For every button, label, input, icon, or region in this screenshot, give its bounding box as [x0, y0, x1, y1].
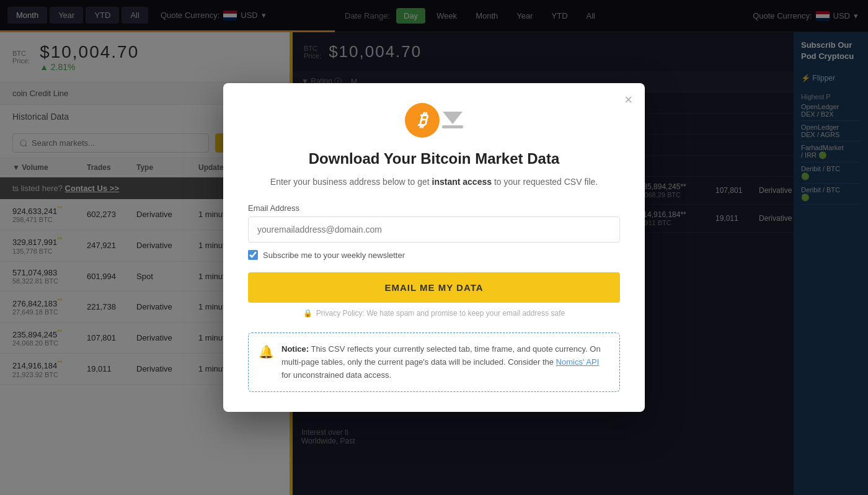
bar-shape — [442, 125, 463, 128]
email-label: Email Address — [248, 203, 620, 213]
email-btn[interactable]: EMAIL ME MY DATA — [248, 272, 620, 303]
subtitle-end: to your requested CSV file. — [494, 177, 598, 187]
newsletter-checkbox[interactable] — [248, 250, 258, 260]
download-icon — [442, 112, 463, 128]
subtitle-bold: instant access — [432, 177, 492, 187]
lock-icon: 🔒 — [303, 309, 312, 318]
modal-dialog: × ₿ Download Your Bitcoin Market Data En… — [223, 83, 645, 412]
privacy-row: 🔒 Privacy Policy: We hate spam and promi… — [248, 309, 620, 318]
modal-subtitle: Enter your business address below to get… — [248, 175, 620, 189]
bell-icon: 🔔 — [259, 344, 274, 381]
bitcoin-icon: ₿ — [405, 103, 440, 138]
notice-end: for unconstrained data access. — [281, 370, 391, 380]
email-input[interactable] — [248, 216, 620, 243]
arrow-shape — [443, 112, 463, 124]
checkbox-row: Subscribe me to your weekly newsletter — [248, 250, 620, 260]
notice-box: 🔔 Notice: This CSV reflects your current… — [248, 332, 620, 392]
modal-icons: ₿ — [248, 103, 620, 138]
page-container: Month Year YTD All Quote Currency: USD ▾… — [0, 0, 868, 495]
modal-overlay[interactable]: × ₿ Download Your Bitcoin Market Data En… — [0, 0, 868, 495]
modal-title: Download Your Bitcoin Market Data — [248, 150, 620, 167]
modal-close-button[interactable]: × — [624, 93, 632, 107]
subtitle-text: Enter your business address below to get — [270, 177, 430, 187]
notice-title: Notice: — [281, 344, 309, 354]
checkbox-label: Subscribe me to your weekly newsletter — [263, 251, 405, 260]
nomics-api-link[interactable]: Nomics' API — [556, 357, 600, 367]
notice-text: Notice: This CSV reflects your currently… — [281, 343, 609, 381]
privacy-text: Privacy Policy: We hate spam and promise… — [316, 309, 565, 318]
notice-body: This CSV reflects your currently selecte… — [281, 344, 601, 367]
